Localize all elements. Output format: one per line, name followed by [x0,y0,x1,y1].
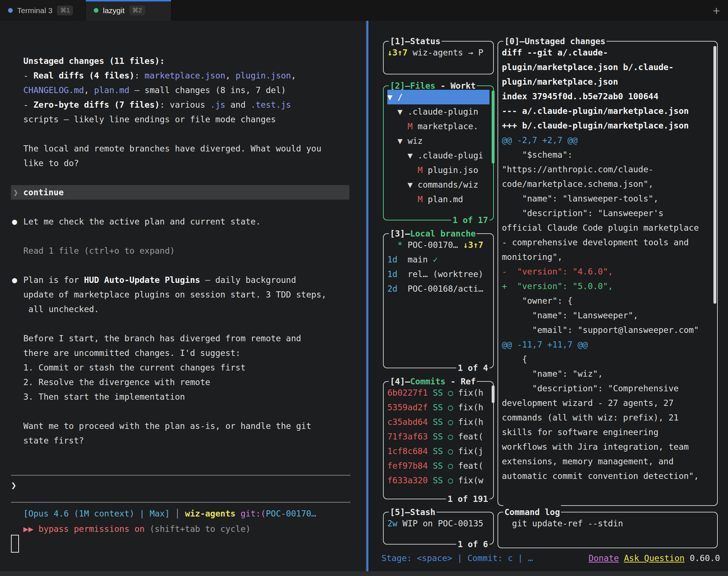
branch-row[interactable]: 1d main ✓ [387,252,489,267]
terminal-line: ●Let me check the active plan and curren… [23,214,349,229]
commit-row[interactable]: 6b0227f1 SS ○ fix(h [387,385,489,400]
lazygit-pane: [1]—Status ↓3↑7 wiz-agents → P [2]—Files… [368,21,728,571]
commits-panel[interactable]: [4]—Commits - Ref 6b0227f1 SS ○ fix(h535… [383,381,494,499]
diff-line: --- a/.claude-plugin/marketplace.json [502,104,713,118]
diff-line: diff --git a/.claude- [502,45,713,60]
session-indicator-dot [8,8,13,13]
stash-row[interactable]: 2w WIP on POC-00135 [387,516,489,531]
diff-line: automatic commit convention detection", [502,469,713,483]
terminal-line: 2. Resolve the divergence with remote [23,375,349,389]
tab-lazygit[interactable]: lazygit ⌘2 [86,0,171,21]
commit-row[interactable]: c35abd64 SS ○ fix(h [387,415,489,429]
tab-label: lazygit [103,6,125,15]
terminal-line: - Real diffs (4 files): marketplace.json… [23,68,349,83]
terminal-line: state first? [23,433,349,448]
diff-line: "name": "wiz", [502,366,713,381]
diff-line: "name": "Lansweeper", [502,308,713,323]
session-indicator-dot [94,8,98,13]
terminal-line: 3. Then start the implementation [23,389,349,404]
diff-line: "owner": { [502,293,713,308]
file-tree-row[interactable]: ▼ commands/wiz [387,177,489,192]
terminal-line: Want me to proceed with the plan as-is, … [23,419,349,433]
tab-terminal-3[interactable]: Terminal 3 ⌘1 [0,0,86,21]
diff-line: monitoring", [502,250,713,264]
files-scrollbar[interactable] [492,91,495,164]
commit-row[interactable]: 1cf8c684 SS ○ fix(j [387,444,489,458]
ask-question-link[interactable]: Ask Question [624,551,685,565]
commit-row[interactable]: f633a320 SS ○ fix(w [387,473,489,488]
diff-line: extensions, memory management, and [502,454,713,469]
terminal-line: scripts — likely line endings or file mo… [23,112,349,127]
diff-line: + "version": "5.0.0", [502,279,713,293]
diff-line: "name": "lansweeper-tools", [502,191,713,206]
commit-row[interactable]: 71f3af63 SS ○ feat( [387,429,489,444]
diff-line: "description": "Comprehensive [502,381,713,396]
file-tree-row[interactable]: ▼ .claude-plugin [387,104,489,119]
command-log-panel[interactable]: Command log git update-ref --stdin [497,512,718,548]
diff-line: official Claude Code plugin marketplace [502,220,713,235]
diff-line: index 37945f0d..b5e72ab0 100644 [502,89,713,104]
selected-row[interactable]: ▼ / [387,90,489,104]
file-tree-row[interactable]: M plan.md [387,192,489,207]
diff-line: { [502,352,713,366]
command-log-line: git update-ref --stdin [502,516,713,531]
diff-line: plugin/marketplace.json [502,74,713,89]
terminal-output: Unstaged changes (11 files):- Real diffs… [23,54,349,448]
diff-scrollbar[interactable] [713,46,716,304]
lazygit-bottom-bar: Stage: <space> | Commit: c | … Donate As… [382,551,720,565]
diff-line: "email": "support@lansweeper.com" [502,323,713,337]
terminal-line: - Zero-byte diffs (7 files): various .js… [23,97,349,112]
input-divider-top [11,475,351,476]
tab-label: Terminal 3 [17,6,53,15]
version-label: 0.60.0 [690,551,720,565]
commits-scrollbar[interactable] [492,385,495,403]
status-panel[interactable]: [1]—Status ↓3↑7 wiz-agents → P [383,41,494,74]
branch-row[interactable]: 1d rel… (worktree) [387,267,489,281]
diff-line: workflows with Jira integration, team [502,439,713,454]
terminal-line: Unstaged changes (11 files): [23,54,349,68]
stash-count: 1 of 6 [456,537,489,552]
new-tab-button[interactable]: + [713,4,720,17]
status-line: ▶▶ bypass permissions on (shift+tab to c… [23,522,355,536]
files-panel[interactable]: [2]—Files - Workt ▼ / ▼ .claude-plugin M… [383,85,494,220]
diff-line: +++ b/.claude-plugin/marketplace.json [502,118,713,133]
terminal-cursor[interactable] [11,535,19,553]
selected-option-row[interactable]: ❯ continue [11,185,349,200]
branches-panel[interactable]: [3]—Local branche * POC-00170… ↓3↑71d ma… [383,233,494,368]
terminal-line: update of marketplace plugins on session… [23,287,349,302]
file-tree-row[interactable]: ▼ .claude-plugi [387,148,489,163]
commit-row[interactable]: 5359ad2f SS ○ fix(h [387,400,489,415]
commits-count: 1 of 191 [446,492,489,506]
donate-link[interactable]: Donate [589,551,619,565]
diff-line: "description": "Lansweeper's [502,206,713,220]
file-tree-row[interactable]: M plugin.jso [387,163,489,177]
branch-row[interactable]: 2d POC-00168/acti… [387,281,489,296]
commit-row[interactable]: fef97b84 SS ○ feat( [387,458,489,473]
diff-line: @@ -2,7 +2,7 @@ [502,133,713,147]
terminal-line: 1. Commit or stash the current changes f… [23,360,349,375]
branches-count: 1 of 4 [456,361,489,375]
terminal-line: CHANGELOG.md, plan.md — small changes (8… [23,83,349,97]
claude-code-pane: Unstaged changes (11 files):- Real diffs… [0,21,367,571]
terminal-window: Terminal 3 ⌘1 lazygit ⌘2 + Unstaged chan… [0,0,728,576]
file-tree-row[interactable]: M marketplace. [387,119,489,134]
terminal-line: there are uncommitted changes. I'd sugge… [23,346,349,360]
model-status-line: [Opus 4.6 (1M context) | Max] │ wiz-agen… [23,506,355,521]
keybinding-hints: Stage: <space> | Commit: c | … [382,551,533,565]
diff-line: development wizard - 27 agents, 27 [502,396,713,410]
terminal-line: ●Plan is for HUD Auto-Update Plugins — d… [23,273,349,287]
tab-shortcut-badge: ⌘1 [57,5,73,15]
tab-shortcut-badge: ⌘2 [129,5,145,15]
file-tree-row[interactable]: ▼ wiz [387,134,489,148]
stash-panel[interactable]: [5]—Stash 2w WIP on POC-00135 1 of 6 [383,512,494,545]
branch-row[interactable]: * POC-00170… ↓3↑7 [387,238,489,252]
status-row[interactable]: ↓3↑7 wiz-agents → P [387,45,489,60]
diff-line: - "version": "4.6.0", [502,264,713,279]
diff-line: - comprehensive development tools and [502,235,713,250]
files-count: 1 of 17 [451,213,489,227]
diff-line: "$schema": [502,147,713,162]
diff-line: commands (all with wiz: prefix), 21 [502,410,713,425]
diff-panel[interactable]: [0]—Unstaged changes diff --git a/.claud… [497,41,718,506]
diff-line: plugin/marketplace.json b/.claude- [502,60,713,74]
prompt-chevron[interactable]: ❯ [11,480,16,491]
